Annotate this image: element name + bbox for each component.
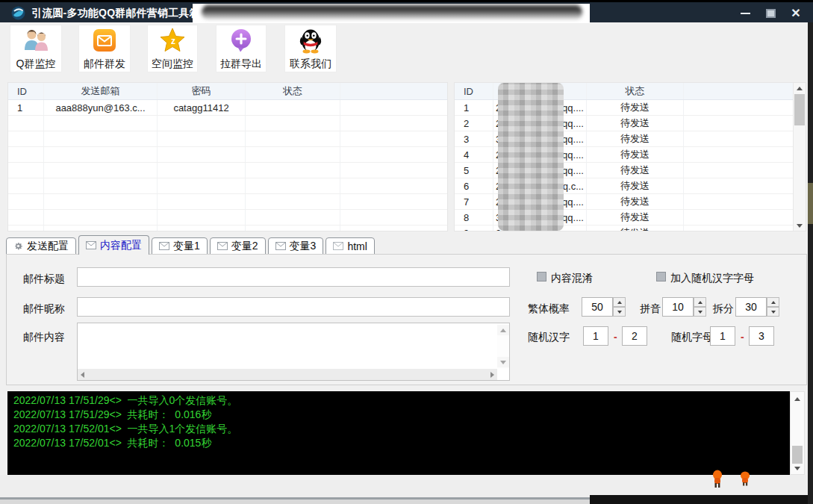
table-row-empty[interactable] [8,210,447,225]
column-header-id[interactable]: ID [8,83,44,99]
traditional-prob-stepper[interactable] [613,297,626,317]
scrollbar-thumb[interactable] [794,94,805,125]
tab-variable2[interactable]: 变量2 [210,237,266,255]
content-mix-checkbox[interactable] [537,272,546,281]
tab-content-config[interactable]: 内容配置 [78,235,149,255]
textarea-vscrollbar[interactable] [497,323,509,369]
email-title-input[interactable] [77,267,510,287]
status-badge: 待发送 [587,210,684,225]
hanzi-min-input[interactable] [583,326,608,346]
toolbar-button-group-export[interactable]: 拉群导出 [216,25,267,72]
arrow-up-icon [797,87,803,90]
table-row-empty[interactable] [8,194,447,210]
tab-label: 变量1 [173,240,200,253]
table-row-empty[interactable] [8,147,447,163]
scroll-up-button[interactable] [497,325,509,335]
envelope-icon [333,242,343,250]
minimize-button[interactable] [732,2,758,25]
receiver-table-body: ID 接收 状态 12qq....待发送 22qq....待发送 33qq...… [455,83,793,231]
scroll-down-button[interactable] [794,220,806,231]
random-chars-label: 加入随机汉字字母 [670,272,754,285]
content-mix-label: 内容混淆 [551,272,593,285]
scrollbar-thumb[interactable] [792,446,803,464]
split-stepper[interactable] [767,297,779,317]
titlebar[interactable]: 引流圆-多功能QQ群邮件营销工具箱v7.0 ✕ [0,0,813,22]
toolbar-button-qgroup-monitor[interactable]: Q群监控 [10,25,62,72]
toolbar-button-mail-blast[interactable]: 邮件群发 [78,25,131,72]
toolbar-button-label: 联系我们 [290,57,331,71]
textarea-hscrollbar[interactable] [78,369,497,380]
pinyin-input[interactable] [662,297,694,317]
table-row-empty[interactable] [8,163,447,178]
table-row-empty[interactable] [8,116,447,131]
table-row-empty[interactable] [8,131,447,147]
toolbar-button-qzone-monitor[interactable]: z 空间监控 [147,25,198,72]
hanzi-max-input[interactable] [622,326,647,346]
split-label: 拆分 [713,302,734,316]
arrow-down-icon [794,467,800,470]
arrow-down-icon [500,361,506,364]
minimize-icon [741,13,750,14]
column-header-send-email[interactable]: 发送邮箱 [44,83,158,99]
column-header-status[interactable]: 状态 [587,83,684,99]
scroll-down-button[interactable] [497,357,509,367]
arrow-up-icon [500,329,506,332]
column-header-id[interactable]: ID [455,83,493,99]
window-controls: ✕ [732,2,809,25]
letter-min-input[interactable] [710,326,735,346]
desktop-background-strip [590,495,813,504]
log-line: 2022/07/13 17/52/01<> 共耗时： 0.015秒 [13,436,784,450]
table-row[interactable]: 1 aaa888yun@163.c... catagg11412 [8,100,447,116]
random-chars-checkbox[interactable] [656,272,666,281]
tab-send-config[interactable]: 发送配置 [6,237,76,255]
range-dash: - [741,331,744,343]
envelope-icon [159,242,169,250]
cell-status [246,100,340,115]
close-icon: ✕ [791,7,800,19]
log-console[interactable]: 2022/07/13 17/51/29<> 一共导入0个发信账号。 2022/0… [7,391,790,475]
close-button[interactable]: ✕ [783,2,809,25]
log-scrollbar[interactable] [790,391,805,475]
column-header-status[interactable]: 状态 [246,83,340,99]
tab-variable1[interactable]: 变量1 [152,237,208,255]
receiver-table-scrollbar[interactable] [793,83,806,231]
split-input[interactable] [735,297,767,317]
status-badge: 待发送 [587,194,684,209]
traditional-prob-input[interactable] [582,297,613,317]
random-letter-label: 随机字母 [671,331,713,344]
status-badge: 待发送 [587,178,684,193]
scroll-up-button[interactable] [791,393,803,404]
column-header-extra [684,83,793,99]
log-line: 2022/07/13 17/51/29<> 共耗时： 0.016秒 [13,408,784,422]
titlebar-censor [193,4,590,23]
status-strip [0,475,808,497]
mascot-figure [739,471,751,489]
censor-blob [202,5,582,19]
cell-password: catagg11412 [158,100,246,115]
table-row-empty[interactable] [8,225,447,231]
column-header-extra [340,83,447,99]
toolbar-button-label: 邮件群发 [84,57,125,71]
sender-table: ID 发送邮箱 密码 状态 1 aaa888yun@163.c... catag… [7,82,448,231]
config-tabs: 发送配置 内容配置 变量1 变量2 变量3 html [6,235,377,255]
toolbar-button-label: 空间监控 [152,57,193,71]
column-header-password[interactable]: 密码 [158,83,246,99]
tab-variable3[interactable]: 变量3 [268,237,324,255]
email-content-textarea[interactable] [77,323,510,381]
gear-icon [13,241,23,251]
content-config-panel: 邮件标题 邮件昵称 邮件内容 内容混淆 加入随机汉字字母 繁体概率 拼音 拆分 [6,254,807,385]
scroll-down-button[interactable] [791,463,803,473]
email-content-label: 邮件内容 [23,331,65,344]
email-nickname-input[interactable] [77,297,510,317]
table-row-empty[interactable] [8,178,447,194]
app-logo-icon [11,6,25,23]
scroll-up-button[interactable] [794,83,806,93]
letter-max-input[interactable] [749,326,774,346]
toolbar-button-contact-us[interactable]: 联系我们 [284,25,337,72]
pinyin-stepper[interactable] [694,297,706,317]
maximize-button[interactable] [758,2,783,25]
cell-id: 1 [8,100,44,115]
tab-html[interactable]: html [325,237,374,255]
tab-label: html [347,240,367,252]
email-nickname-label: 邮件昵称 [23,302,65,316]
